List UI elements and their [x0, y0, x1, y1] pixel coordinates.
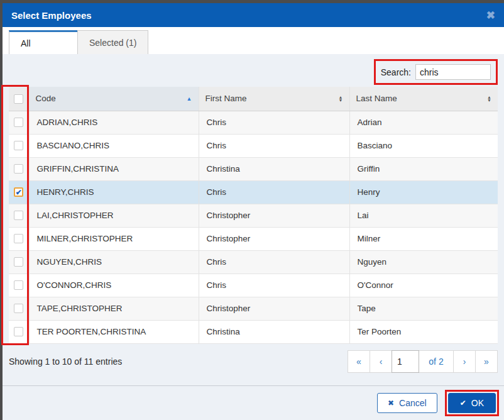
sort-both-icon: ▲▼	[339, 96, 343, 102]
table-row[interactable]: O'CONNOR,CHRIS Chris O'Connor	[9, 274, 498, 297]
tab-bar: All Selected (1)	[3, 27, 504, 54]
employee-table-wrap: Code ▲ First Name ▲▼	[9, 87, 498, 344]
select-employees-dialog: Select Employees ✖ All Selected (1) Sear…	[3, 3, 504, 420]
search-row: Search:	[9, 59, 498, 85]
dialog-footer: ✖ Cancel ✔ OK	[3, 385, 504, 420]
cell-last-name: Lai	[349, 204, 498, 227]
first-page-button[interactable]: «	[348, 350, 370, 373]
dialog-titlebar: Select Employees ✖	[3, 3, 504, 27]
cell-code: O'CONNOR,CHRIS	[29, 274, 199, 297]
sort-both-icon: ▲▼	[487, 96, 491, 102]
cell-first-name: Chris	[199, 111, 349, 134]
header-checkbox-cell	[9, 87, 29, 111]
cell-last-name: Griffin	[349, 157, 498, 180]
table-row[interactable]: NGUYEN,CHRIS Chris Nguyen	[9, 250, 498, 274]
table-header-row: Code ▲ First Name ▲▼	[9, 87, 498, 111]
cell-last-name: Henry	[349, 180, 498, 204]
row-checkbox[interactable]	[14, 234, 23, 243]
cell-code: BASCIANO,CHRIS	[29, 134, 199, 157]
entries-summary: Showing 1 to 10 of 11 entries	[9, 356, 122, 367]
table-row[interactable]: MILNER,CHRISTOPHER Christopher Milner	[9, 227, 498, 250]
table-row[interactable]: BASCIANO,CHRIS Chris Basciano	[9, 134, 498, 157]
column-header-first-name[interactable]: First Name ▲▼	[199, 87, 349, 111]
cell-last-name: Milner	[349, 227, 498, 250]
cell-last-name: Tape	[349, 297, 498, 320]
table-body: ADRIAN,CHRIS Chris Adrian BASCIANO,CHRIS…	[9, 111, 498, 343]
cell-code: TAPE,CHRISTOPHER	[29, 297, 199, 320]
column-header-last-name[interactable]: Last Name ▲▼	[349, 87, 498, 111]
page-number-input[interactable]	[392, 350, 419, 373]
cell-last-name: Adrian	[349, 111, 498, 134]
dialog-body: Search: Code	[3, 54, 504, 385]
cell-first-name: Chris	[199, 250, 349, 274]
table-row[interactable]: ✔ HENRY,CHRIS Chris Henry	[9, 180, 498, 204]
cell-first-name: Chris	[199, 274, 349, 297]
last-page-button[interactable]: »	[475, 350, 498, 373]
cell-code: TER POORTEN,CHRISTINA	[29, 320, 199, 343]
cancel-x-icon: ✖	[388, 399, 394, 407]
cell-last-name: Ter Poorten	[349, 320, 498, 343]
row-checkbox[interactable]	[14, 304, 23, 313]
annotation-rect-search: Search:	[374, 59, 498, 85]
cell-first-name: Chris	[199, 134, 349, 157]
cancel-button[interactable]: ✖ Cancel	[377, 393, 437, 413]
employee-table: Code ▲ First Name ▲▼	[9, 87, 498, 344]
cell-first-name: Chris	[199, 180, 349, 204]
table-row[interactable]: ADRIAN,CHRIS Chris Adrian	[9, 111, 498, 134]
cell-first-name: Christopher	[199, 297, 349, 320]
cell-code: NGUYEN,CHRIS	[29, 250, 199, 274]
tab-selected[interactable]: Selected (1)	[77, 30, 148, 54]
cell-code: HENRY,CHRIS	[29, 180, 199, 204]
table-row[interactable]: LAI,CHRISTOPHER Christopher Lai	[9, 204, 498, 227]
table-row[interactable]: GRIFFIN,CHRISTINA Christina Griffin	[9, 157, 498, 180]
cell-first-name: Christina	[199, 157, 349, 180]
cell-code: LAI,CHRISTOPHER	[29, 204, 199, 227]
page-backdrop: Select Employees ✖ All Selected (1) Sear…	[0, 0, 504, 420]
close-icon[interactable]: ✖	[486, 10, 495, 21]
page-count-label: of 2	[419, 350, 454, 373]
table-row[interactable]: TER POORTEN,CHRISTINA Christina Ter Poor…	[9, 320, 498, 343]
tab-all[interactable]: All	[9, 30, 78, 54]
row-checkbox[interactable]	[14, 141, 23, 150]
cell-code: ADRIAN,CHRIS	[29, 111, 199, 134]
cell-last-name: O'Connor	[349, 274, 498, 297]
search-label: Search:	[381, 67, 411, 77]
table-row[interactable]: TAPE,CHRISTOPHER Christopher Tape	[9, 297, 498, 320]
row-checkbox[interactable]	[14, 280, 23, 290]
pager-controls: « ‹ of 2 › »	[348, 350, 498, 373]
row-checkbox[interactable]	[14, 257, 23, 267]
select-all-checkbox[interactable]	[14, 94, 23, 104]
cell-last-name: Nguyen	[349, 250, 498, 274]
cell-first-name: Christopher	[199, 204, 349, 227]
next-page-button[interactable]: ›	[453, 350, 476, 373]
row-checkbox[interactable]	[14, 118, 23, 127]
row-checkbox[interactable]	[14, 211, 23, 220]
row-checkbox[interactable]: ✔	[14, 187, 23, 197]
cell-code: GRIFFIN,CHRISTINA	[29, 157, 199, 180]
cell-last-name: Basciano	[349, 134, 498, 157]
search-input[interactable]	[415, 64, 491, 80]
cell-code: MILNER,CHRISTOPHER	[29, 227, 199, 250]
ok-check-icon: ✔	[460, 399, 466, 407]
ok-button[interactable]: ✔ OK	[448, 393, 496, 413]
row-checkbox[interactable]	[14, 164, 23, 174]
sort-ascending-icon: ▲	[187, 96, 192, 102]
pagination-row: Showing 1 to 10 of 11 entries « ‹ of 2 ›…	[9, 350, 498, 373]
column-header-code[interactable]: Code ▲	[29, 87, 199, 111]
cell-first-name: Christopher	[199, 227, 349, 250]
previous-page-button[interactable]: ‹	[370, 350, 392, 373]
dialog-title: Select Employees	[11, 10, 486, 21]
cell-first-name: Christina	[199, 320, 349, 343]
annotation-rect-ok: ✔ OK	[445, 390, 499, 416]
row-checkbox[interactable]	[14, 327, 23, 336]
